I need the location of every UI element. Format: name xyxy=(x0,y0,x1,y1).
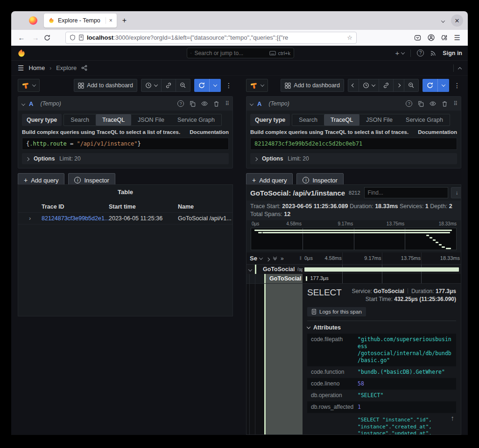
collapse-header-icon[interactable] xyxy=(458,64,461,72)
add-to-dashboard-button[interactable]: Add to dashboard xyxy=(74,79,137,92)
back-button[interactable]: ← xyxy=(16,34,27,42)
tab-title: Explore - Tempo xyxy=(58,17,100,24)
tab-json-file[interactable]: JSON File xyxy=(131,114,171,126)
span-row-selected[interactable]: GoToSocial 177.3μs xyxy=(247,274,461,283)
sign-in-button[interactable]: Sign in xyxy=(443,50,462,56)
search-box[interactable]: ctrl+k xyxy=(187,48,294,58)
disable-query-eye-icon[interactable] xyxy=(201,101,208,106)
extensions-icon[interactable] xyxy=(441,35,448,41)
window-close-button[interactable]: ✕ xyxy=(451,14,463,27)
expand-one-icon[interactable] xyxy=(267,254,269,263)
datasource-picker[interactable] xyxy=(18,79,40,92)
expand-all-icon[interactable] xyxy=(274,256,276,260)
span-row-root[interactable]: GoToSocial /api/ xyxy=(247,265,461,274)
panel-title[interactable]: Table xyxy=(18,185,232,196)
column-resizer[interactable]: ‖ xyxy=(300,256,302,261)
col-start-time[interactable]: Start time xyxy=(109,203,178,210)
datasource-picker[interactable] xyxy=(246,79,268,92)
query-row-header[interactable]: A (Tempo) ? ⠿ xyxy=(247,97,461,111)
tab-traceql[interactable]: TraceQL xyxy=(324,114,359,126)
query-help-icon[interactable]: ? xyxy=(406,100,412,107)
row-expander-icon[interactable]: › xyxy=(18,215,42,222)
tab-service-graph[interactable]: Service Graph xyxy=(171,114,221,126)
tab-close-icon[interactable]: × xyxy=(106,17,113,24)
account-icon[interactable] xyxy=(428,34,435,41)
breadcrumb-home[interactable]: Home xyxy=(28,64,45,71)
pane-kebab-menu[interactable]: ⋮ xyxy=(225,82,233,89)
span-collapse-icon[interactable] xyxy=(249,265,252,273)
run-query-dropdown[interactable] xyxy=(437,79,449,92)
disable-query-eye-icon[interactable] xyxy=(430,101,436,106)
time-picker-button[interactable] xyxy=(141,79,162,92)
traceql-editor[interactable]: {.http.route = "/api/v1/instance"} xyxy=(22,138,229,150)
service-operation-sort[interactable]: Se xyxy=(250,255,262,262)
share-icon[interactable] xyxy=(81,65,87,71)
refresh-icon[interactable] xyxy=(194,79,209,92)
refresh-icon[interactable] xyxy=(423,79,437,92)
tab-search[interactable]: Search xyxy=(64,114,96,126)
breadcrumb-current[interactable]: Explore xyxy=(56,64,77,71)
duplicate-query-icon[interactable] xyxy=(418,101,424,107)
remove-query-trash-icon[interactable] xyxy=(213,101,219,107)
grafana-logo-icon[interactable] xyxy=(17,49,26,58)
news-icon[interactable] xyxy=(430,50,437,56)
link-button[interactable] xyxy=(379,79,394,92)
list-tabs-icon[interactable] xyxy=(442,16,444,25)
shift-time-back-button[interactable] xyxy=(348,79,359,92)
zoom-out-button[interactable] xyxy=(176,79,190,92)
documentation-link[interactable]: Documentation xyxy=(418,129,457,135)
new-button[interactable]: + xyxy=(395,49,405,57)
tab-json-file[interactable]: JSON File xyxy=(359,114,399,126)
table-row[interactable]: › 82124873cf3e99b5d2e1... 2023-06-05 11:… xyxy=(18,212,232,224)
add-to-dashboard-button[interactable]: Add to dashboard xyxy=(281,79,344,92)
zoom-out-button[interactable] xyxy=(404,79,419,92)
span-bar[interactable] xyxy=(306,276,307,281)
find-input[interactable] xyxy=(364,187,448,198)
scroll-to-top-icon[interactable]: ↑ xyxy=(451,414,455,422)
pane-kebab-menu[interactable]: ⋮ xyxy=(453,82,461,89)
forward-button[interactable]: → xyxy=(30,34,41,42)
tab-service-graph[interactable]: Service Graph xyxy=(399,114,450,126)
run-query-button[interactable] xyxy=(423,79,449,92)
documentation-link[interactable]: Documentation xyxy=(190,129,229,135)
query-row-header[interactable]: A (Tempo) ? ⠿ xyxy=(18,97,232,111)
collapse-query-icon[interactable] xyxy=(22,99,25,108)
new-tab-button[interactable]: + xyxy=(122,16,127,25)
logs-for-span-button[interactable]: Logs for this span xyxy=(307,307,366,316)
run-query-dropdown[interactable] xyxy=(209,79,221,92)
remove-query-trash-icon[interactable] xyxy=(442,101,448,107)
query-help-icon[interactable]: ? xyxy=(177,100,184,107)
collapse-all-icon[interactable]: » xyxy=(281,255,284,262)
find-next-button[interactable]: ↓ xyxy=(451,187,461,198)
options-collapse[interactable]: Options Limit: 20 xyxy=(250,153,457,164)
reload-button[interactable] xyxy=(44,35,55,41)
help-icon[interactable]: ? xyxy=(417,49,424,56)
tab-search[interactable]: Search xyxy=(292,114,324,126)
mega-menu-icon[interactable]: ☰ xyxy=(18,64,24,72)
col-name[interactable]: Name xyxy=(178,203,232,210)
link-button[interactable] xyxy=(161,79,176,92)
pocket-icon[interactable] xyxy=(414,35,421,41)
trace-id-link[interactable]: 82124873cf3e99b5d2e1... xyxy=(42,215,109,222)
drag-handle-icon[interactable]: ⠿ xyxy=(225,100,229,107)
url-bar[interactable]: localhost:3000/explore?orgId=1&left={"da… xyxy=(65,32,357,44)
bookmark-star-icon[interactable]: ☆ xyxy=(347,34,352,41)
attributes-collapse[interactable]: Attributes xyxy=(307,324,456,331)
firefox-icon[interactable] xyxy=(29,16,37,25)
collapse-query-icon[interactable] xyxy=(250,99,253,108)
drag-handle-icon[interactable]: ⠿ xyxy=(453,100,457,107)
span-bar[interactable] xyxy=(304,267,459,272)
col-trace-id[interactable]: Trace ID xyxy=(42,203,109,210)
run-query-button[interactable] xyxy=(194,79,221,92)
time-picker-button[interactable] xyxy=(359,79,379,92)
traceql-editor[interactable]: 82124873cf3e99b5d2e1cc5d2bc0eb71 xyxy=(250,138,457,150)
browser-tab[interactable]: Explore - Tempo × xyxy=(44,14,117,28)
attribute-row: db.operation "SELECT" xyxy=(307,390,456,401)
shift-time-forward-button[interactable] xyxy=(393,79,404,92)
menu-icon[interactable]: ☰ xyxy=(454,34,460,42)
options-collapse[interactable]: Options Limit: 20 xyxy=(22,153,229,164)
duplicate-query-icon[interactable] xyxy=(190,101,196,107)
trace-minimap[interactable] xyxy=(251,228,457,250)
tab-traceql[interactable]: TraceQL xyxy=(96,114,131,126)
search-input[interactable] xyxy=(194,50,267,56)
